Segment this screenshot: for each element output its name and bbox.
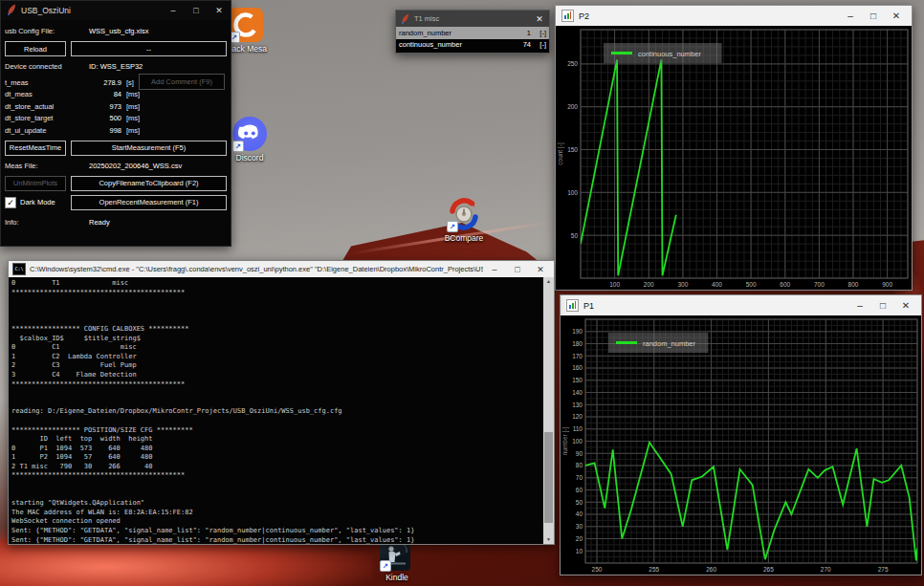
t1-misc-titlebar[interactable]: T1 misc ✕ xyxy=(396,11,549,27)
minimize-button[interactable]: – xyxy=(848,300,871,311)
svg-text:250: 250 xyxy=(592,566,603,573)
unit-button[interactable]: [-] xyxy=(531,40,546,49)
p1-window: P1 – □ ✕ 2502552602652702751020304050607… xyxy=(560,294,922,575)
svg-text:20: 20 xyxy=(576,535,583,542)
device-id-value: ID: WSS_ESP32 xyxy=(89,62,143,71)
field-row: dt_store_target 500 [ms] xyxy=(5,113,227,125)
svg-text:255: 255 xyxy=(649,566,659,573)
maximize-button[interactable]: □ xyxy=(871,300,894,311)
console-scrollbar[interactable]: ▲ ▼ xyxy=(543,277,554,544)
svg-text:100: 100 xyxy=(572,438,583,445)
copy-filename-button[interactable]: CopyFilenameToClipboard (F2) xyxy=(71,176,227,191)
unit-button[interactable]: [-] xyxy=(531,29,546,37)
scrollbar-thumb[interactable] xyxy=(544,432,553,523)
maximize-button[interactable]: □ xyxy=(862,11,885,21)
svg-text:random_number: random_number xyxy=(643,339,696,348)
svg-text:continuous_number: continuous_number xyxy=(638,50,701,58)
reset-meas-time-button[interactable]: ResetMeasTime xyxy=(5,141,66,156)
svg-text:400: 400 xyxy=(712,281,722,288)
minimize-button[interactable]: – xyxy=(162,6,185,15)
svg-text:70: 70 xyxy=(576,474,583,481)
config-file-value: WSS_usb_cfg.xlsx xyxy=(89,27,149,35)
t1-misc-window: T1 misc ✕ random_number 1 [-] continuous… xyxy=(395,10,550,54)
reload-button[interactable]: Reload xyxy=(5,41,66,56)
svg-text:130: 130 xyxy=(572,402,583,408)
svg-text:60: 60 xyxy=(576,487,583,493)
svg-text:number [-]: number [-] xyxy=(561,426,569,455)
scroll-down-icon[interactable]: ▼ xyxy=(546,535,551,544)
svg-text:90: 90 xyxy=(576,450,583,457)
dark-mode-checkbox[interactable]: ✓ Dark Mode xyxy=(5,195,66,210)
p2-titlebar[interactable]: P2 – □ ✕ xyxy=(556,6,912,26)
svg-text:270: 270 xyxy=(821,566,831,573)
window-title: T1 misc xyxy=(414,14,532,23)
svg-text:180: 180 xyxy=(572,340,583,347)
device-status-label: Device connected xyxy=(5,62,89,71)
svg-text:10: 10 xyxy=(576,548,583,554)
desktop-icon-black-mesa[interactable]: ↗ Black Mesa xyxy=(228,8,264,42)
field-row: dt_store_actual 973 [ms] xyxy=(5,100,227,113)
dark-mode-label: Dark Mode xyxy=(20,198,55,206)
feather-app-icon xyxy=(401,11,409,28)
console-output: 0 T1 misc ******************************… xyxy=(9,277,554,545)
t1-row-random-number[interactable]: random_number 1 [-] xyxy=(396,27,549,39)
minimize-button[interactable]: – xyxy=(483,265,506,274)
svg-text:200: 200 xyxy=(644,281,654,288)
svg-text:30: 30 xyxy=(576,523,583,530)
svg-text:170: 170 xyxy=(572,353,583,359)
open-recent-button[interactable]: OpenRecentMeasurement (F1) xyxy=(71,195,227,210)
info-value: Ready xyxy=(89,218,110,227)
p1-titlebar[interactable]: P1 – □ ✕ xyxy=(561,295,921,315)
close-button[interactable]: ✕ xyxy=(208,6,231,15)
dash-button[interactable]: -- xyxy=(71,41,227,56)
unminim-plots-button[interactable]: UnMinimPlots xyxy=(5,176,66,191)
usb-osziuni-titlebar[interactable]: USB_OsziUni – □ ✕ xyxy=(1,1,231,20)
icon-label: Kindle xyxy=(363,573,431,582)
desktop-icon-discord[interactable]: ↗ Discord xyxy=(231,117,268,151)
p1-plot-area[interactable]: 2502552602652702751020304050607080901001… xyxy=(561,315,921,575)
svg-text:150: 150 xyxy=(567,146,578,153)
minimize-button[interactable]: – xyxy=(839,11,862,21)
svg-text:275: 275 xyxy=(878,566,889,573)
console-title: C:\Windows\system32\cmd.exe - "C:\Users\… xyxy=(30,265,483,273)
p2-plot-area[interactable]: 1002003004005006007008009005010015020025… xyxy=(556,26,912,290)
close-button[interactable]: ✕ xyxy=(894,300,917,311)
svg-text:100: 100 xyxy=(609,281,620,288)
maximize-button[interactable]: □ xyxy=(185,6,208,15)
desktop-icon-bcompare[interactable]: ↗ BCompare xyxy=(446,197,482,231)
scroll-up-icon[interactable]: ▲ xyxy=(546,277,551,286)
svg-text:300: 300 xyxy=(677,281,688,288)
plot-app-icon xyxy=(566,299,579,312)
window-title: P2 xyxy=(579,11,839,21)
close-button[interactable]: ✕ xyxy=(532,14,547,24)
add-comment-button[interactable]: Add Comment (F9) xyxy=(139,74,225,90)
svg-text:800: 800 xyxy=(848,281,859,288)
svg-text:50: 50 xyxy=(576,499,583,506)
field-row: dt_meas 84 [ms] xyxy=(5,89,227,101)
svg-text:500: 500 xyxy=(746,281,757,288)
svg-text:100: 100 xyxy=(567,189,578,196)
shortcut-arrow-icon: ↗ xyxy=(380,560,391,572)
svg-text:50: 50 xyxy=(571,232,579,239)
shortcut-arrow-icon: ↗ xyxy=(232,141,244,152)
console-body: 0 T1 misc ******************************… xyxy=(9,277,554,544)
svg-text:80: 80 xyxy=(576,462,583,468)
console-titlebar[interactable]: C:\ C:\Windows\system32\cmd.exe - "C:\Us… xyxy=(9,261,554,277)
close-button[interactable]: ✕ xyxy=(529,265,552,274)
info-label: Info: xyxy=(5,218,89,227)
svg-text:150: 150 xyxy=(572,377,583,383)
start-measurement-button[interactable]: StartMeasurement (F5) xyxy=(71,141,227,156)
usb-osziuni-window: USB_OsziUni – □ ✕ usb Config File: WSS_u… xyxy=(0,0,231,247)
svg-text:260: 260 xyxy=(706,566,716,573)
svg-text:140: 140 xyxy=(572,389,583,396)
t1-row-continuous-number[interactable]: continuous_number 74 [-] xyxy=(396,39,549,52)
icon-label: BCompare xyxy=(429,233,498,243)
shortcut-arrow-icon: ↗ xyxy=(447,221,458,232)
maximize-button[interactable]: □ xyxy=(506,265,529,274)
svg-text:265: 265 xyxy=(763,566,774,573)
window-title: USB_OsziUni xyxy=(21,6,162,15)
window-title: P1 xyxy=(583,301,848,311)
checkbox-check-icon: ✓ xyxy=(5,197,16,208)
plot-app-icon xyxy=(561,10,574,22)
close-button[interactable]: ✕ xyxy=(885,11,908,21)
